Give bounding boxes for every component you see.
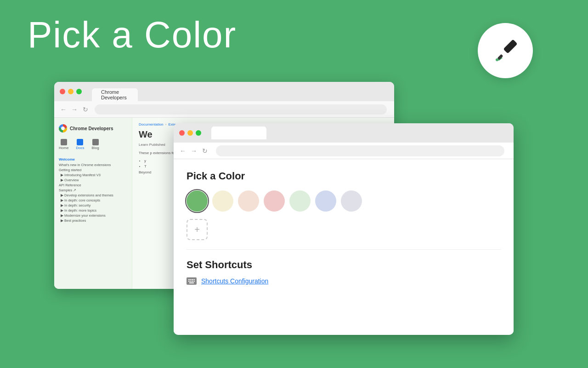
titlebar-front bbox=[174, 123, 514, 143]
sidebar-link-best[interactable]: ▶ Best practices bbox=[59, 218, 127, 223]
page-title: Pick a Color bbox=[28, 14, 237, 56]
swatch-pink[interactable] bbox=[264, 190, 285, 212]
tab-back[interactable]: Chrome Developers bbox=[92, 88, 138, 101]
minimize-button-back[interactable] bbox=[68, 89, 74, 94]
chrome-logo-text: Chrome Developers bbox=[70, 126, 113, 131]
sidebar-links: Welcome What's new in Chrome extensions … bbox=[54, 155, 132, 225]
keyboard-icon bbox=[187, 277, 197, 285]
svg-rect-15 bbox=[189, 282, 194, 283]
svg-point-3 bbox=[496, 58, 498, 61]
sidebar-link-modernize[interactable]: ▶ Modernize your extensions bbox=[59, 213, 127, 218]
chrome-logo-icon bbox=[59, 124, 67, 132]
add-color-button[interactable]: + bbox=[187, 219, 208, 240]
sidebar-link-core-concepts[interactable]: ▶ In depth: core concepts bbox=[59, 198, 127, 203]
tab-back-label: Chrome Developers bbox=[101, 89, 129, 100]
back-button-back[interactable]: ← bbox=[60, 106, 67, 113]
swatch-cream[interactable] bbox=[212, 190, 233, 212]
reload-button-back[interactable]: ↻ bbox=[82, 106, 89, 113]
forward-button-front[interactable]: → bbox=[190, 147, 198, 155]
address-bar-front[interactable] bbox=[216, 145, 504, 156]
shortcuts-config-link[interactable]: Shortcuts Configuration bbox=[201, 277, 268, 285]
swatch-lavender[interactable] bbox=[315, 190, 336, 212]
sidebar-link-api-reference[interactable]: API Reference bbox=[59, 183, 127, 188]
sidebar-nav-home-label: Home bbox=[59, 146, 68, 150]
sidebar-link-manifest[interactable]: ▶ Introducing Manifest V3 bbox=[59, 172, 127, 178]
sidebar-nav-home[interactable]: Home bbox=[59, 137, 68, 152]
maximize-button-front[interactable] bbox=[196, 130, 201, 136]
sidebar-link-getting-started[interactable]: Getting started bbox=[59, 167, 127, 172]
swatch-mint[interactable] bbox=[289, 190, 311, 212]
tab-front[interactable] bbox=[211, 126, 266, 139]
sidebar-link-security[interactable]: ▶ In depth: security bbox=[59, 203, 127, 208]
maximize-button-back[interactable] bbox=[76, 89, 82, 94]
swatch-peach[interactable] bbox=[238, 190, 259, 212]
svg-rect-14 bbox=[194, 281, 195, 282]
forward-button-back[interactable]: → bbox=[71, 106, 78, 113]
tab-area-back: Chrome Developers bbox=[92, 82, 138, 101]
svg-rect-7 bbox=[188, 279, 190, 280]
sidebar-nav-blog[interactable]: Blog bbox=[92, 137, 99, 152]
browser-window-front: ← → ↻ Pick a Color + Set Shortcuts bbox=[174, 123, 514, 335]
sidebar-chrome: Chrome Developers Home Docs Blog Welcome bbox=[54, 118, 132, 289]
swatch-green[interactable] bbox=[187, 190, 208, 212]
back-button-front[interactable]: ← bbox=[179, 147, 187, 155]
pick-color-heading: Pick a Color bbox=[187, 170, 501, 182]
color-swatches bbox=[187, 190, 501, 212]
titlebar-back: Chrome Developers bbox=[54, 82, 394, 101]
sidebar-link-welcome[interactable]: Welcome bbox=[59, 156, 127, 162]
set-shortcuts-heading: Set Shortcuts bbox=[187, 259, 501, 271]
svg-rect-10 bbox=[194, 279, 195, 280]
svg-rect-13 bbox=[192, 281, 193, 282]
sidebar-link-more-topics[interactable]: ▶ In depth: more topics bbox=[59, 208, 127, 213]
close-button-back[interactable] bbox=[60, 89, 65, 94]
set-shortcuts-section: Set Shortcuts S bbox=[187, 249, 501, 285]
content-area-front: Pick a Color + Set Shortcuts bbox=[174, 159, 514, 335]
svg-point-5 bbox=[61, 126, 65, 130]
sidebar-link-samples[interactable]: Samples ↗ bbox=[59, 188, 127, 193]
sidebar-link-overview[interactable]: ▶ Overview bbox=[59, 178, 127, 183]
breadcrumb-docs[interactable]: Documentation bbox=[139, 122, 164, 126]
close-button-front[interactable] bbox=[179, 130, 185, 136]
reload-button-front[interactable]: ↻ bbox=[201, 147, 209, 155]
nav-bar-back: ← → ↻ bbox=[54, 101, 394, 118]
sidebar-link-whats-new[interactable]: What's new in Chrome extensions bbox=[59, 162, 127, 167]
add-color-icon: + bbox=[194, 224, 200, 235]
pick-color-section: Pick a Color + bbox=[187, 170, 501, 240]
shortcuts-link-row: Shortcuts Configuration bbox=[187, 277, 501, 285]
svg-rect-11 bbox=[188, 281, 190, 282]
svg-rect-12 bbox=[190, 281, 192, 282]
dropper-icon bbox=[491, 36, 520, 65]
sidebar-nav-docs[interactable]: Docs bbox=[76, 137, 84, 152]
address-bar-back[interactable] bbox=[95, 104, 387, 115]
svg-rect-8 bbox=[190, 279, 192, 280]
dropper-icon-circle bbox=[478, 23, 533, 78]
chrome-logo-row: Chrome Developers bbox=[54, 122, 132, 136]
svg-rect-9 bbox=[192, 279, 193, 280]
nav-bar-front: ← → ↻ bbox=[174, 143, 514, 159]
minimize-button-front[interactable] bbox=[187, 130, 193, 136]
sidebar-nav-blog-label: Blog bbox=[92, 146, 99, 150]
svg-rect-0 bbox=[503, 39, 517, 53]
sidebar-nav-docs-label: Docs bbox=[76, 146, 84, 150]
swatch-gray[interactable] bbox=[341, 190, 362, 212]
sidebar-link-develop[interactable]: ▶ Develop extensions and themes bbox=[59, 193, 127, 198]
